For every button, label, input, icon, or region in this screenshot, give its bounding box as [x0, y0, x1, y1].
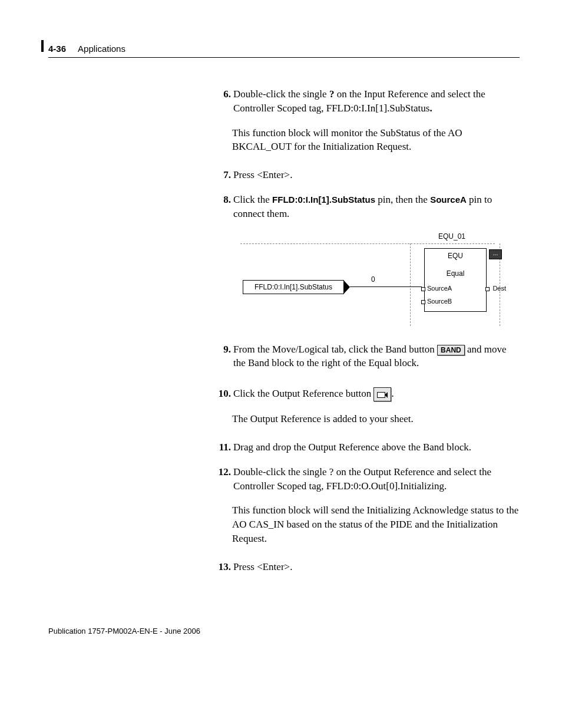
pin-stub-icon [421, 287, 425, 291]
text: pin, then the [375, 194, 430, 205]
step-body: Drag and drop the Output Reference above… [233, 440, 520, 454]
step-number: 6. [213, 87, 232, 116]
step-number: 7. [213, 168, 232, 182]
step-8: 8. Click the FFLD:0:I.In[1].SubStatus pi… [213, 193, 520, 221]
step-number: 12. [213, 465, 232, 493]
source-name: SourceA [430, 195, 467, 205]
section-title: Applications [78, 42, 125, 55]
step-10-note: The Output Reference is added to your sh… [232, 412, 520, 426]
pin-stub-icon [421, 300, 425, 304]
step-9: 9. From the Move/Logical tab, click the … [213, 342, 520, 371]
text: From the Move/Logical tab, click the Ban… [233, 344, 437, 355]
equ-block: EQU Equal SourceA SourceB Dest [424, 248, 487, 312]
step-body: Press <Enter>. [233, 560, 520, 574]
dashed-guide [410, 243, 411, 326]
text: . [391, 388, 394, 399]
step-body: Press <Enter>. [233, 168, 520, 182]
arrow-icon [343, 281, 349, 293]
block-subtitle: Equal [425, 261, 486, 279]
input-reference-tag: FFLD:0:I.In[1].SubStatus [243, 280, 344, 294]
block-title: EQU [425, 249, 486, 261]
step-body: Click the FFLD:0:I.In[1].SubStatus pin, … [233, 193, 520, 221]
wire [350, 286, 422, 287]
step-body: Double-click the single ? on the Input R… [233, 87, 520, 116]
pin-stub-icon [485, 287, 490, 291]
step-number: 13. [213, 560, 232, 574]
pin-name: FFLD:0:I.In[1].SubStatus [272, 195, 375, 205]
wire-value: 0 [371, 275, 375, 285]
step-number: 10. [213, 387, 232, 401]
step-number: 9. [213, 342, 232, 371]
page-number: 4-36 [48, 42, 66, 55]
ellipsis-icon: ... [489, 249, 502, 259]
function-block-diagram: EQU_01 EQU Equal SourceA SourceB Dest ..… [243, 232, 502, 326]
tag-text: FFLD:0:I.In[1].SubStatus [254, 283, 332, 291]
band-button-icon: BAND [437, 345, 465, 355]
text: Double-click the single [233, 88, 329, 100]
step-11: 11. Drag and drop the Output Reference a… [213, 440, 520, 454]
step-6-note: This function block will monitor the Sub… [232, 126, 520, 154]
output-reference-button-icon [373, 387, 391, 401]
dashed-guide [240, 243, 495, 244]
step-number: 11. [213, 440, 232, 454]
step-12: 12. Double-click the single ? on the Out… [213, 465, 520, 493]
pin-sourceb: SourceB [427, 297, 452, 306]
text: Click the [233, 194, 272, 205]
block-label: EQU_01 [438, 232, 465, 242]
step-13: 13. Press <Enter>. [213, 560, 520, 574]
period: . [429, 103, 432, 114]
pin-sourcea: SourceA [427, 284, 452, 293]
step-6: 6. Double-click the single ? on the Inpu… [213, 87, 520, 116]
step-10: 10. Click the Output Reference button . [213, 387, 520, 401]
pin-dest: Dest [492, 284, 506, 293]
step-12-note: This function block will send the Initia… [232, 503, 520, 545]
content: 6. Double-click the single ? on the Inpu… [213, 87, 520, 574]
step-body: From the Move/Logical tab, click the Ban… [233, 342, 520, 371]
page-header: 4-36 Applications [48, 42, 520, 58]
publication-footer: Publication 1757-PM002A-EN-E - June 2006 [48, 626, 200, 637]
step-body: Double-click the single ? on the Output … [233, 465, 520, 493]
step-7: 7. Press <Enter>. [213, 168, 520, 182]
step-number: 8. [213, 193, 232, 221]
step-body: Click the Output Reference button . [233, 387, 520, 401]
text: Click the Output Reference button [233, 388, 373, 399]
